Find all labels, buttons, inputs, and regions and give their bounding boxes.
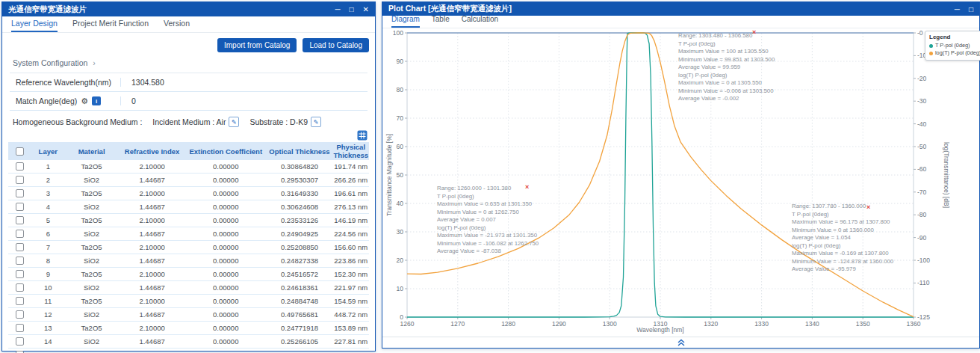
right-title-bar: Plot Chart [光通信窄带宽通滤波片] ─ □ <box>382 2 979 16</box>
refractive-index-cell: 2.10000 <box>119 241 185 254</box>
physical-thickness-cell: 191.74 nm <box>333 160 369 174</box>
layer-table-header: LayerMaterialRefractive IndexExtinction … <box>8 142 369 160</box>
row-checkbox[interactable] <box>16 297 24 305</box>
import-from-catalog-button[interactable]: Import from Catalog <box>217 38 297 52</box>
close-icon[interactable]: ✕ <box>363 5 369 13</box>
plot-chart-window: Plot Chart [光通信窄带宽通滤波片] ─ □ DiagramTable… <box>382 1 980 349</box>
y-left-tick-label: 60 <box>397 143 404 150</box>
chart-legend[interactable]: Legend T P-pol (0deg)log(T) P-pol (0deg) <box>925 31 980 61</box>
y-right-tick-label: -20 <box>917 75 927 82</box>
optical-thickness-cell: 0.24827338 <box>266 254 332 268</box>
row-checkbox[interactable] <box>16 283 24 292</box>
substrate-value: Substrate : D-K9 <box>249 117 308 126</box>
row-checkbox[interactable] <box>16 243 24 251</box>
info-icon[interactable]: i <box>92 96 101 105</box>
optical-thickness-cell: 0.49765681 <box>266 308 332 322</box>
extinction-coefficient-cell: 0.00000 <box>185 160 266 174</box>
gear-icon[interactable]: ⚙ <box>81 97 88 105</box>
maximize-icon[interactable]: □ <box>350 5 354 13</box>
row-checkbox[interactable] <box>16 230 24 238</box>
row-checkbox[interactable] <box>16 162 24 171</box>
layer-number: 13 <box>32 322 65 335</box>
x-tick-label: 1300 <box>603 320 617 328</box>
refractive-index-cell: 1.44687 <box>119 174 185 187</box>
y-right-tick-label: -70 <box>917 188 927 196</box>
material-cell: SiO2 <box>64 174 119 187</box>
row-checkbox[interactable] <box>16 324 24 332</box>
optical-thickness-cell: 0.29530307 <box>266 174 332 187</box>
row-checkbox[interactable] <box>16 310 24 319</box>
plot-tab-diagram[interactable]: Diagram <box>391 15 420 28</box>
edit-substrate-icon[interactable]: ✎ <box>311 117 321 127</box>
load-to-catalog-button[interactable]: Load to Catalog <box>303 38 369 52</box>
row-checkbox[interactable] <box>16 337 24 346</box>
y-left-tick-label: 50 <box>397 171 404 179</box>
chart-region: 1260127012801290130013101320133013401350… <box>382 28 979 337</box>
match-angle-label: Match Angle(deg) <box>16 96 77 105</box>
refractive-index-cell: 2.10000 <box>119 160 185 174</box>
material-cell: Ta2O5 <box>64 241 119 254</box>
legend-entry: T P-pol (0deg) <box>929 42 980 49</box>
plot-canvas[interactable]: 1260127012801290130013101320133013401350… <box>382 28 979 334</box>
layer-number: 10 <box>32 281 65 295</box>
select-all-checkbox[interactable] <box>16 147 24 156</box>
refractive-index-cell: 1.44687 <box>119 281 185 295</box>
y-left-tick-label: 10 <box>397 285 404 292</box>
table-grid-icon[interactable] <box>357 130 368 141</box>
physical-thickness-cell: 221.97 nm <box>333 281 369 295</box>
collapse-chart-icon[interactable] <box>677 339 686 346</box>
material-cell: SiO2 <box>64 227 119 241</box>
layer-number: 2 <box>32 174 65 187</box>
physical-thickness-cell: 152.83 nm <box>333 349 369 353</box>
row-checkbox[interactable] <box>16 216 24 224</box>
refractive-index-cell: 1.44687 <box>119 200 185 214</box>
plot-window-title: Plot Chart [光通信窄带宽通滤波片] <box>388 4 955 14</box>
column-header-physical-thickness: Physical Thickness <box>333 142 369 160</box>
refractive-index-cell: 2.10000 <box>119 214 185 227</box>
material-cell: Ta2O5 <box>64 349 119 353</box>
extinction-coefficient-cell: 0.00000 <box>185 227 266 241</box>
x-tick-label: 1280 <box>501 320 515 328</box>
layer-number: 6 <box>32 227 65 241</box>
y-right-tick-label: -40 <box>917 120 927 128</box>
refractive-index-cell: 2.10000 <box>119 295 185 308</box>
x-tick-label: 1330 <box>754 320 769 328</box>
tab-project-merit-function[interactable]: Project Merit Function <box>72 19 149 32</box>
x-axis-label: Wavelength [nm] <box>636 326 683 334</box>
x-tick-label: 1350 <box>856 320 870 328</box>
row-checkbox[interactable] <box>16 203 24 211</box>
legend-color-dot <box>929 44 933 48</box>
material-cell: Ta2O5 <box>64 295 119 308</box>
chart-footer <box>382 337 979 348</box>
plot-tab-calculation[interactable]: Calculation <box>462 15 498 28</box>
material-cell: Ta2O5 <box>64 322 119 335</box>
minimize-icon[interactable]: ─ <box>335 5 340 13</box>
y-left-tick-label: 100 <box>393 29 403 37</box>
tab-layer-design[interactable]: Layer Design <box>11 19 58 32</box>
maximize-icon[interactable]: □ <box>969 5 973 13</box>
layer-design-window: 光通信窄带宽通滤波片 ─ □ ✕ Layer DesignProject Mer… <box>1 1 376 352</box>
optical-thickness-cell: 0.24516572 <box>266 268 332 281</box>
table-row: 15Ta2O52.100000.000000.24600832152.83 nm <box>8 349 369 353</box>
edit-incident-medium-icon[interactable]: ✎ <box>229 117 239 127</box>
refractive-index-cell: 2.10000 <box>119 349 185 353</box>
match-angle-field[interactable]: 0 <box>120 96 368 105</box>
reference-wavelength-field[interactable]: 1304.580 <box>120 78 368 87</box>
plot-tab-table[interactable]: Table <box>432 15 450 28</box>
physical-thickness-cell: 152.30 nm <box>333 268 369 281</box>
layer-number: 7 <box>32 241 65 254</box>
minimize-icon[interactable]: ─ <box>955 5 960 13</box>
physical-thickness-cell: 266.26 nm <box>333 174 369 187</box>
optical-thickness-cell: 0.25266105 <box>266 335 332 349</box>
background-medium-row: Homogeneous Background Medium : Incident… <box>2 111 375 129</box>
row-checkbox[interactable] <box>16 176 24 184</box>
table-row: 12SiO21.446870.000000.49765681448.72 nm <box>8 308 369 322</box>
row-checkbox[interactable] <box>16 189 24 197</box>
row-checkbox[interactable] <box>16 270 24 278</box>
system-configuration-toggle[interactable]: System Configuration › <box>2 55 375 73</box>
tab-version[interactable]: Version <box>164 19 190 32</box>
column-header-optical-thickness: Optical Thickness <box>266 142 332 160</box>
legend-entry-label: log(T) P-pol (0deg) <box>935 49 980 57</box>
y-right-tick-label: -90 <box>917 234 927 242</box>
row-checkbox[interactable] <box>16 257 24 265</box>
